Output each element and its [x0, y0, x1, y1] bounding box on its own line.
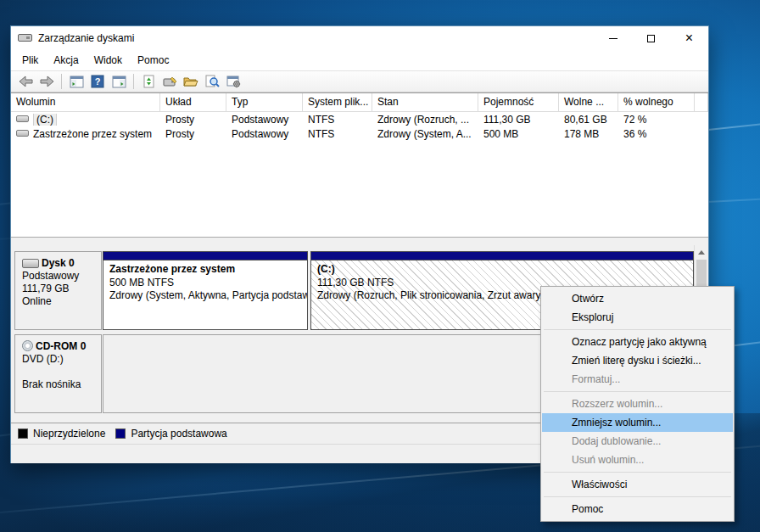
cell-capacity: 500 MB	[478, 128, 559, 140]
menu-separator	[544, 496, 731, 497]
menu-help[interactable]: Pomoc	[130, 52, 176, 69]
forward-icon[interactable]	[37, 72, 56, 91]
refresh-icon[interactable]	[139, 72, 158, 91]
properties-icon[interactable]	[224, 72, 243, 91]
toolbar-separator	[61, 74, 62, 89]
partition-size: 500 MB NTFS	[109, 277, 302, 290]
menu-item-explore[interactable]: Eksploruj	[542, 308, 733, 327]
cell-capacity: 111,30 GB	[478, 114, 559, 126]
partition-name: (C:)	[317, 263, 688, 277]
column-header[interactable]: Układ	[160, 93, 226, 111]
cell-layout: Prosty	[160, 114, 226, 126]
menu-item-help[interactable]: Pomoc	[542, 500, 733, 518]
menu-item-change-drive-letter[interactable]: Zmień literę dysku i ścieżki...	[542, 351, 733, 370]
legend-label: Nieprzydzielone	[33, 428, 105, 440]
disk-management-app-icon	[18, 32, 33, 44]
pane-splitter[interactable]	[11, 237, 708, 244]
maximize-button[interactable]	[632, 26, 670, 50]
menu-action[interactable]: Akcja	[46, 52, 86, 69]
cdrom-label-panel[interactable]: CD-ROM 0 DVD (D:) Brak nośnika	[14, 334, 102, 413]
close-button[interactable]: ×	[670, 26, 708, 50]
menu-item-shrink-volume[interactable]: Zmniejsz wolumin...	[542, 413, 733, 432]
volume-name: (C:)	[33, 114, 57, 126]
menu-item-mark-partition-active[interactable]: Oznacz partycję jako aktywną	[542, 333, 733, 351]
cell-type: Podstawowy	[226, 128, 303, 140]
cell-filesystem: NTFS	[303, 114, 372, 126]
volume-icon	[16, 130, 29, 137]
column-header-filler	[695, 93, 708, 111]
disk-type: Podstawowy	[22, 270, 98, 283]
help-icon[interactable]: ?	[88, 72, 107, 91]
partition-color-band	[103, 252, 307, 260]
desktop-wallpaper: Zarządzanie dyskami × Plik Akcja Widok P…	[0, 0, 760, 532]
cd-icon	[22, 340, 33, 351]
maximize-icon	[647, 35, 655, 42]
column-header[interactable]: % wolnego	[618, 93, 695, 111]
legend-swatch-unallocated	[18, 428, 28, 439]
volume-list-header: Wolumin Układ Typ System plik... Stan Po…	[11, 93, 708, 112]
toolbar-separator	[133, 74, 134, 89]
menu-file[interactable]: Plik	[14, 52, 46, 69]
partition-name: Zastrzeżone przez system	[109, 263, 302, 277]
partition-status: Zdrowy (System, Aktywna, Partycja podsta…	[109, 289, 302, 303]
column-header[interactable]: Typ	[226, 93, 303, 111]
menu-separator	[544, 472, 731, 473]
close-icon: ×	[685, 31, 693, 45]
disk-type: DVD (D:)	[22, 353, 98, 366]
disk-status: Brak nośnika	[22, 378, 98, 391]
show-action-pane-icon[interactable]	[109, 72, 128, 91]
back-icon[interactable]	[16, 72, 35, 91]
column-header[interactable]: System plik...	[303, 93, 372, 111]
volume-icon	[16, 115, 29, 122]
cell-status: Zdrowy (Rozruch, ...	[372, 114, 478, 126]
menu-item-extend-volume: Rozszerz wolumin...	[542, 395, 733, 413]
show-console-tree-icon[interactable]	[67, 72, 86, 91]
legend-label: Partycja podstawowa	[131, 428, 226, 440]
cell-free: 80,61 GB	[559, 114, 618, 126]
rescan-disks-icon[interactable]	[160, 72, 179, 91]
column-header[interactable]: Stan	[372, 93, 478, 111]
menu-item-open[interactable]: Otwórz	[542, 289, 733, 308]
scroll-up-icon[interactable]	[695, 245, 708, 259]
menu-separator	[544, 391, 731, 392]
menu-item-add-mirror: Dodaj dublowanie...	[542, 432, 733, 451]
legend-swatch-primary-partition	[115, 428, 126, 439]
open-folder-icon[interactable]	[182, 72, 200, 91]
disk-status: Online	[22, 295, 98, 308]
volume-name: Zastrzeżone przez system	[33, 128, 152, 140]
column-header[interactable]: Wolumin	[11, 93, 160, 111]
cell-free: 178 MB	[559, 128, 618, 140]
partition-context-menu: Otwórz Eksploruj Oznacz partycję jako ak…	[540, 286, 735, 522]
partition-system-reserved[interactable]: Zastrzeżone przez system 500 MB NTFS Zdr…	[103, 251, 308, 330]
cell-status: Zdrowy (System, A...	[372, 128, 478, 140]
column-header[interactable]: Pojemność	[478, 93, 559, 111]
menu-item-properties[interactable]: Właściwości	[542, 475, 733, 494]
partition-color-band	[311, 252, 693, 260]
cell-layout: Prosty	[160, 128, 226, 140]
disk-name: Dysk 0	[42, 257, 75, 269]
cell-type: Podstawowy	[226, 114, 303, 126]
toolbar: ?	[11, 70, 708, 92]
cell-filesystem: NTFS	[303, 128, 372, 140]
menu-view[interactable]: Widok	[87, 52, 130, 69]
column-header[interactable]: Wolne ...	[559, 93, 618, 111]
window-title: Zarządzanie dyskami	[38, 32, 134, 44]
search-icon[interactable]	[203, 72, 221, 91]
table-row[interactable]: Zastrzeżone przez system Prosty Podstawo…	[11, 126, 708, 141]
menu-item-format: Formatuj...	[542, 370, 733, 389]
menu-separator	[544, 329, 731, 330]
menu-bar: Plik Akcja Widok Pomoc	[11, 50, 708, 70]
disk-icon	[22, 259, 39, 268]
disk-size: 111,79 GB	[22, 283, 98, 295]
menu-item-delete-volume: Usuń wolumin...	[542, 451, 733, 469]
disk0-label-panel[interactable]: Dysk 0 Podstawowy 111,79 GB Online	[14, 251, 102, 330]
minimize-button[interactable]	[594, 26, 632, 50]
cell-percent-free: 72 %	[618, 114, 695, 126]
svg-text:?: ?	[95, 76, 101, 87]
volume-list: Wolumin Układ Typ System plik... Stan Po…	[11, 92, 708, 237]
table-row[interactable]: (C:) Prosty Podstawowy NTFS Zdrowy (Rozr…	[11, 112, 708, 126]
titlebar[interactable]: Zarządzanie dyskami ×	[11, 26, 708, 50]
minimize-icon	[609, 38, 618, 39]
disk-name: CD-ROM 0	[36, 340, 86, 352]
cell-percent-free: 36 %	[618, 128, 695, 140]
